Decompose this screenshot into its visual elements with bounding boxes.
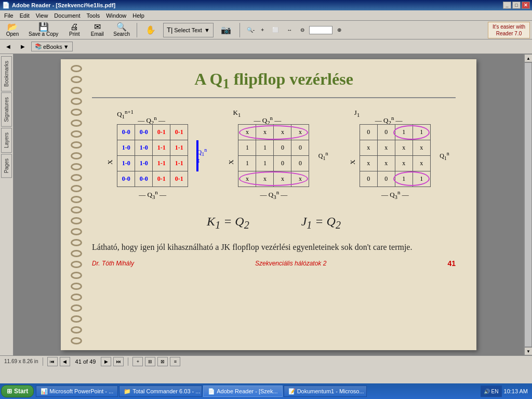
add-bookmark-button[interactable]: +	[132, 357, 143, 366]
zoom-in-button[interactable]: +	[257, 22, 268, 38]
spiral-ring	[71, 98, 82, 105]
email-button[interactable]: ✉ Email	[87, 22, 108, 38]
kmap2-cell-3-1: x	[256, 171, 274, 187]
first-page-button[interactable]: ⏮	[47, 357, 58, 366]
kmap3-cell-1-3: x	[413, 140, 430, 156]
footer-author: Dr. Tóth Mihály	[92, 260, 134, 267]
menu-edit[interactable]: Edit	[17, 11, 33, 20]
fit-page-icon: ⬜	[272, 27, 278, 33]
snapshot-button[interactable]: 📷	[216, 22, 236, 38]
taskbar-item-powerpoint[interactable]: 📊 Microsoft PowerPoint - ...	[36, 385, 118, 397]
open-icon: 📂	[7, 23, 18, 31]
layers-tab[interactable]: Layers	[1, 128, 12, 153]
kmap2-row3: x x x x	[238, 171, 309, 187]
taskbar-item-adobereader[interactable]: 📄 Adobe Reader - [Szek...	[203, 385, 282, 397]
spiral-ring	[71, 261, 82, 268]
scroll-track[interactable]	[524, 62, 532, 347]
kmap3-row0: 0 0 1 1	[360, 125, 430, 140]
zoom-out-button[interactable]: 🔍-	[245, 22, 256, 38]
last-page-button[interactable]: ⏭	[113, 357, 124, 366]
nav-extra2-button[interactable]: ⊠	[157, 357, 168, 366]
kmap1-row2: 1-0 1-0 1-1 1-1	[117, 156, 188, 171]
word-icon: 📝	[288, 388, 296, 395]
taskbar-item-word[interactable]: 📝 Dokumentum1 - Microso...	[284, 385, 367, 397]
page-body-text: Látható, hogy igen jól kihasználható a J…	[92, 241, 456, 254]
menu-tools[interactable]: Tools	[84, 11, 103, 20]
ebooks-icon: 📚	[35, 43, 42, 50]
close-button[interactable]: ✕	[522, 2, 530, 9]
nav-extra3-button[interactable]: ≡	[170, 357, 180, 366]
main-area: Bookmarks Signatures Layers Pages	[0, 54, 532, 355]
start-button[interactable]: ⊞ Start	[1, 385, 34, 397]
page-info: 41 of 49	[75, 358, 96, 365]
print-icon: 🖨	[70, 23, 78, 31]
taskbar-items: 📊 Microsoft PowerPoint - ... 📁 Total Com…	[36, 385, 475, 397]
menu-file[interactable]: File	[1, 11, 17, 20]
menu-window[interactable]: Window	[103, 11, 129, 20]
spiral-ring	[71, 337, 82, 344]
page-footer: Dr. Tóth Mihály Szekvenciális hálózatok …	[92, 259, 456, 268]
zoom-input[interactable]: 86%	[309, 26, 332, 34]
text-cursor-icon: T|	[167, 26, 172, 34]
hand-tool-button[interactable]: ✋	[140, 22, 161, 38]
kmap2-cell-1-0: 1	[238, 140, 256, 156]
kmap3-rightlabel: Q1n	[440, 151, 449, 161]
spiral-ring	[71, 206, 82, 214]
kmap1-row1: 1-0 1-0 1-1 1-1	[117, 140, 188, 156]
prev-page-button[interactable]: ◀	[60, 357, 70, 366]
forward-icon: ▶	[21, 44, 25, 49]
save-copy-button[interactable]: 💾 Save a Copy	[25, 22, 62, 38]
print-button[interactable]: 🖨 Print	[64, 22, 85, 38]
ebooks-button[interactable]: 📚 eBooks ▼	[31, 42, 73, 51]
kmap1-cell-2-2: 1-1	[153, 156, 170, 171]
kmap1-cell-1-3: 1-1	[170, 140, 188, 156]
kmap3-wrapper: 0 0 1 1 x x x x	[360, 124, 431, 187]
kmap3-cell-3-0: 0	[360, 171, 377, 187]
kmap1-cell-3-1: 0-0	[135, 171, 153, 187]
menu-help[interactable]: Help	[129, 11, 148, 20]
email-icon: ✉	[94, 23, 101, 31]
kmap3-leftlabel: X	[349, 160, 357, 165]
kmap2-cell-0-2: x	[274, 125, 291, 140]
open-button[interactable]: 📂 Open	[2, 22, 23, 38]
forward-button[interactable]: ▶	[17, 41, 29, 52]
zoom-in2-button[interactable]: ⊕	[334, 22, 345, 38]
menu-document[interactable]: Document	[51, 11, 83, 20]
scroll-up-button[interactable]: ▲	[524, 54, 532, 62]
kmap2: K1 — Q2n — X x x x x	[238, 124, 309, 200]
kmap2-cell-2-1: 1	[256, 156, 274, 171]
select-text-button[interactable]: T| Select Text ▼	[163, 23, 214, 37]
spiral-ring	[71, 130, 82, 138]
spiral-binding	[67, 59, 86, 350]
back-button[interactable]: ◀	[2, 41, 15, 52]
kmap1-row3: 0-0 0-0 0-1 0-1	[117, 171, 188, 187]
search-button[interactable]: 🔍 Search	[110, 22, 134, 38]
kmap2-cell-0-1: x	[256, 125, 274, 140]
minimize-button[interactable]: _	[503, 2, 511, 9]
restore-button[interactable]: □	[512, 2, 521, 9]
next-page-button[interactable]: ▶	[101, 357, 111, 366]
pages-tab[interactable]: Pages	[1, 154, 12, 178]
scrollbar-right[interactable]: ▲ ▼	[524, 54, 532, 355]
nav-extra-button[interactable]: ⊞	[145, 357, 155, 366]
menu-view[interactable]: View	[33, 11, 51, 20]
taskbar-item-totalcommander[interactable]: 📁 Total Commander 6.03 - ...	[119, 385, 202, 397]
pdf-viewer[interactable]: A Q1 flipflop vezérlése Q1n+1 — Q2n — X …	[14, 54, 524, 355]
signatures-tab[interactable]: Signatures	[1, 92, 12, 127]
zoom-fit-width-button[interactable]: ↔	[283, 22, 296, 38]
zoom-out2-button[interactable]: ⊖	[297, 22, 308, 38]
zoom-fit-page-button[interactable]: ⬜	[269, 22, 282, 38]
kmap3-cell-1-0: x	[360, 140, 377, 156]
kmap1-bottomlabel: — Q3n —	[139, 189, 166, 200]
kmap2-cell-3-2: x	[274, 171, 291, 187]
kmap3-cell-3-2: 1	[395, 171, 413, 187]
kmap3-row2: x x x x	[360, 156, 430, 171]
scroll-down-button[interactable]: ▼	[524, 347, 532, 355]
bookmarks-tab[interactable]: Bookmarks	[1, 56, 12, 91]
spiral-ring	[71, 65, 82, 72]
kmap2-cell-1-3: 0	[291, 140, 309, 156]
window-title: Adobe Reader - [Szekvenci%e1lis.pdf]	[12, 2, 503, 8]
kmap1-rightlabel: Q1n↕	[197, 147, 207, 165]
kmap3-row1: x x x x	[360, 140, 430, 156]
spiral-ring	[71, 228, 82, 235]
